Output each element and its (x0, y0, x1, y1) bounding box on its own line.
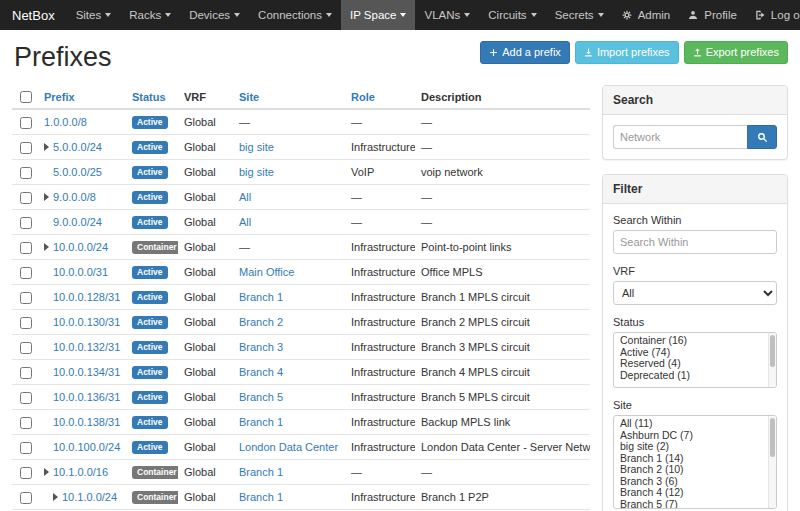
empty-dash: — (421, 466, 432, 478)
expand-icon[interactable] (44, 193, 49, 201)
prefix-link[interactable]: 5.0.0.0/25 (53, 166, 102, 178)
row-checkbox[interactable] (20, 192, 32, 204)
search-button[interactable] (747, 125, 777, 149)
status-cell: Active (126, 360, 178, 385)
sort-link[interactable]: Status (132, 91, 166, 103)
row-checkbox[interactable] (20, 442, 32, 454)
table-row: 10.0.0.132/31ActiveGlobalBranch 3Infrast… (12, 335, 590, 360)
site-link[interactable]: Branch 1 (239, 466, 283, 478)
site-link[interactable]: big site (239, 141, 274, 153)
site-link[interactable]: Branch 2 (239, 316, 283, 328)
prefix-link[interactable]: 10.0.0.0/24 (53, 241, 108, 253)
prefix-link[interactable]: 1.0.0.0/8 (44, 116, 87, 128)
row-checkbox[interactable] (20, 417, 32, 429)
scrollbar[interactable] (768, 333, 776, 387)
row-checkbox[interactable] (20, 392, 32, 404)
nav-item-circuits[interactable]: Circuits (479, 0, 545, 30)
option-branch-3-6[interactable]: Branch 3 (6) (614, 476, 776, 488)
prefix-link[interactable]: 10.0.100.0/24 (53, 441, 120, 453)
site-link[interactable]: Branch 1 (239, 491, 283, 503)
row-checkbox[interactable] (20, 367, 32, 379)
nav-item-profile[interactable]: Profile (679, 0, 746, 30)
prefix-link[interactable]: 10.0.0.128/31 (53, 291, 120, 303)
option-big-site-2[interactable]: big site (2) (614, 441, 776, 453)
option-reserved-4[interactable]: Reserved (4) (614, 358, 776, 370)
option-ashburn-dc-7[interactable]: Ashburn DC (7) (614, 430, 776, 442)
prefix-link[interactable]: 10.1.0.0/24 (62, 491, 117, 503)
site-link[interactable]: Branch 4 (239, 366, 283, 378)
nav-item-racks[interactable]: Racks (120, 0, 180, 30)
nav-item-secrets[interactable]: Secrets (546, 0, 613, 30)
site-link[interactable]: Main Office (239, 266, 294, 278)
vrf-cell: Global (178, 335, 233, 360)
nav-item-ip-space[interactable]: IP Space (341, 0, 415, 30)
row-checkbox[interactable] (20, 467, 32, 479)
site-link[interactable]: Branch 1 (239, 291, 283, 303)
site-link[interactable]: All (239, 191, 251, 203)
search-within-input[interactable] (613, 230, 777, 254)
import-prefixes-button[interactable]: Import prefixes (575, 41, 679, 64)
prefix-link[interactable]: 10.0.0.134/31 (53, 366, 120, 378)
nav-item-log-out[interactable]: Log out (746, 0, 800, 30)
status-cell: Active (126, 410, 178, 435)
row-checkbox[interactable] (20, 342, 32, 354)
row-checkbox[interactable] (20, 217, 32, 229)
vrf-select[interactable]: All (613, 281, 777, 305)
row-checkbox[interactable] (20, 117, 32, 129)
sort-link[interactable]: Site (239, 91, 259, 103)
vrf-cell: Global (178, 109, 233, 135)
prefix-link[interactable]: 10.0.0.136/31 (53, 391, 120, 403)
nav-item-sites[interactable]: Sites (67, 0, 121, 30)
prefix-link[interactable]: 9.0.0.0/24 (53, 216, 102, 228)
nav-item-admin[interactable]: Admin (613, 0, 680, 30)
row-checkbox[interactable] (20, 267, 32, 279)
expand-icon[interactable] (44, 243, 49, 251)
search-input[interactable] (613, 125, 747, 149)
sort-link[interactable]: Prefix (44, 91, 75, 103)
scrollbar[interactable] (768, 416, 776, 508)
option-branch-1-14[interactable]: Branch 1 (14) (614, 453, 776, 465)
expand-icon[interactable] (44, 143, 49, 151)
option-branch-5-7[interactable]: Branch 5 (7) (614, 499, 776, 510)
prefix-link[interactable]: 10.0.0.130/31 (53, 316, 120, 328)
expand-icon[interactable] (53, 493, 58, 501)
row-checkbox[interactable] (20, 167, 32, 179)
site-link[interactable]: London Data Center (239, 441, 338, 453)
site-listbox[interactable]: All (11)Ashburn DC (7)big site (2)Branch… (613, 415, 777, 509)
prefix-link[interactable]: 9.0.0.0/8 (53, 191, 96, 203)
site-link[interactable]: Branch 1 (239, 416, 283, 428)
sort-link[interactable]: Role (351, 91, 375, 103)
row-checkbox[interactable] (20, 142, 32, 154)
option-branch-2-10[interactable]: Branch 2 (10) (614, 464, 776, 476)
row-checkbox[interactable] (20, 317, 32, 329)
select-all-checkbox[interactable] (20, 91, 32, 103)
prefix-link[interactable]: 10.1.0.0/16 (53, 466, 108, 478)
table-row: 5.0.0.0/24ActiveGlobalbig siteInfrastruc… (12, 135, 590, 160)
row-checkbox[interactable] (20, 492, 32, 504)
prefix-link[interactable]: 5.0.0.0/24 (53, 141, 102, 153)
row-checkbox[interactable] (20, 242, 32, 254)
export-prefixes-button[interactable]: Export prefixes (684, 41, 788, 64)
status-badge: Active (132, 266, 168, 280)
nav-item-connections[interactable]: Connections (249, 0, 341, 30)
site-link[interactable]: Branch 5 (239, 391, 283, 403)
add-a-prefix-button[interactable]: Add a prefix (480, 41, 570, 64)
row-checkbox[interactable] (20, 292, 32, 304)
table-row: 10.0.0.128/31ActiveGlobalBranch 1Infrast… (12, 285, 590, 310)
prefix-link[interactable]: 10.0.0.132/31 (53, 341, 120, 353)
site-link[interactable]: big site (239, 166, 274, 178)
prefix-link[interactable]: 10.0.0.0/31 (53, 266, 108, 278)
prefix-link[interactable]: 10.0.0.138/31 (53, 416, 120, 428)
navbar-brand[interactable]: NetBox (0, 0, 67, 30)
site-link[interactable]: Branch 3 (239, 341, 283, 353)
site-link[interactable]: All (239, 216, 251, 228)
option-container-16[interactable]: Container (16) (614, 335, 776, 347)
nav-item-devices[interactable]: Devices (180, 0, 249, 30)
option-branch-4-12[interactable]: Branch 4 (12) (614, 487, 776, 499)
nav-item-vlans[interactable]: VLANs (415, 0, 479, 30)
option-deprecated-1[interactable]: Deprecated (1) (614, 370, 776, 382)
expand-icon[interactable] (44, 468, 49, 476)
option-active-74[interactable]: Active (74) (614, 347, 776, 359)
status-listbox[interactable]: Container (16)Active (74)Reserved (4)Dep… (613, 332, 777, 388)
option-all-11[interactable]: All (11) (614, 418, 776, 430)
